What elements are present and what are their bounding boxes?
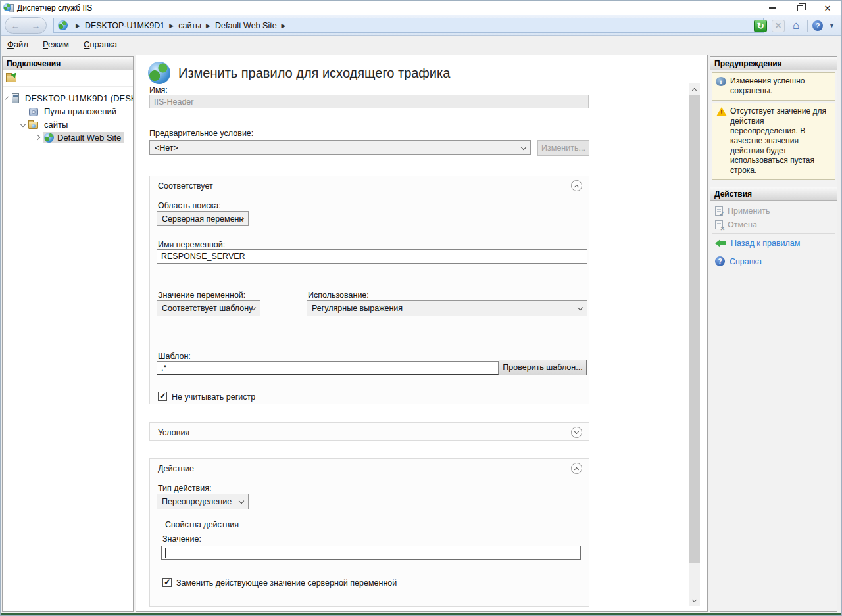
apply-icon <box>715 206 723 216</box>
server-icon <box>12 93 19 103</box>
minimize-button[interactable] <box>758 1 786 15</box>
apply-action: Применить <box>710 204 837 218</box>
edit-precondition-button: Изменить... <box>537 140 589 156</box>
chevron-down-icon <box>239 498 244 504</box>
help-action[interactable]: ? Справка <box>710 254 837 268</box>
window-title: Диспетчер служб IIS <box>17 3 92 12</box>
tree-label-default-site: Default Web Site <box>57 133 121 143</box>
scroll-up-button[interactable] <box>689 83 700 95</box>
window-bottom-edge <box>1 613 841 615</box>
tree-label-server: DESKTOP-U1MK9D1 (DESKTOI <box>22 93 133 104</box>
chevron-down-icon <box>521 145 526 150</box>
warning-alert: ! Отсутствует значение для действия пере… <box>712 103 835 180</box>
info-alert-text: Изменения успешно сохранены. <box>730 76 832 96</box>
menu-view[interactable]: Режим <box>43 39 69 49</box>
back-nav-button[interactable]: ← <box>11 21 20 30</box>
help-dropdown-icon[interactable]: ▼ <box>829 22 835 29</box>
stop-icon: ✕ <box>772 20 785 32</box>
tree-node-default-web-site[interactable]: Default Web Site <box>3 131 133 144</box>
using-select[interactable]: Регулярные выражения <box>307 300 587 316</box>
site-globe-icon <box>44 133 54 143</box>
refresh-icon[interactable]: ↻ <box>754 20 767 32</box>
menu-help[interactable]: Справка <box>84 39 117 49</box>
value-input[interactable] <box>161 546 581 560</box>
breadcrumb-sites[interactable]: сайты <box>178 21 201 30</box>
ignore-case-label: Не учитывать регистр <box>172 392 255 402</box>
actions-divider <box>712 252 835 252</box>
action-type-select[interactable]: Переопределение <box>157 494 249 509</box>
page-title: Изменить правило для исходящего трафика <box>178 66 450 81</box>
scope-label: Область поиска: <box>158 201 221 210</box>
test-pattern-button[interactable]: Проверить шаблон... <box>499 360 587 375</box>
collapse-section-button[interactable] <box>571 180 582 191</box>
address-bar: ← → ▶ DESKTOP-U1MK9D1 ▶ сайты ▶ Default … <box>1 15 841 36</box>
name-input <box>149 95 589 108</box>
menu-bar: Файл Режим Справка <box>1 36 841 53</box>
menu-file[interactable]: Файл <box>7 39 28 49</box>
alerts-header: Предупреждения <box>710 57 837 70</box>
collapse-section-button[interactable] <box>571 463 582 474</box>
chevron-up-icon <box>574 467 579 472</box>
info-alert: i Изменения успешно сохранены. <box>712 72 835 101</box>
vertical-scrollbar[interactable] <box>689 83 700 606</box>
title-bar: Диспетчер служб IIS ✕ <box>1 1 841 15</box>
info-icon: i <box>716 77 726 86</box>
chevron-down-icon[interactable] <box>5 97 9 100</box>
connections-tree: DESKTOP-U1MK9D1 (DESKTOI Пулы приложений… <box>3 87 133 144</box>
chevron-down-icon <box>692 598 697 602</box>
help-link[interactable]: Справка <box>730 257 762 266</box>
tree-node-server[interactable]: DESKTOP-U1MK9D1 (DESKTOI <box>3 91 133 105</box>
back-to-rules-link[interactable]: Назад к правилам <box>731 239 800 248</box>
help-icon[interactable]: ? <box>812 20 823 31</box>
forward-nav-button[interactable]: → <box>32 21 41 30</box>
operation-select[interactable]: Соответствует шаблону <box>157 300 260 316</box>
tree-label-app-pools: Пулы приложений <box>41 106 119 117</box>
scrollbar-thumb[interactable] <box>689 95 700 563</box>
right-panel: Предупреждения i Изменения успешно сохра… <box>710 56 837 612</box>
match-section-title: Соответствует <box>158 181 213 191</box>
app-icon <box>3 3 14 13</box>
connections-panel: Подключения DESKTOP-U1MK9D1 (DESKTOI Пул… <box>2 56 134 612</box>
replace-value-checkbox[interactable] <box>162 578 172 587</box>
chevron-down-icon[interactable] <box>20 122 26 127</box>
action-section: Действие Тип действия: Переопределение С… <box>149 458 589 607</box>
tree-label-sites: сайты <box>41 119 70 130</box>
back-to-rules-action[interactable]: Назад к правилам <box>710 236 837 250</box>
pattern-label: Шаблон: <box>158 352 191 361</box>
breadcrumb-site[interactable]: Default Web Site <box>215 21 277 30</box>
precondition-select[interactable]: <Нет> <box>149 140 531 155</box>
warning-alert-text: Отсутствует значение для действия переоп… <box>730 107 832 176</box>
create-connection-icon[interactable] <box>6 74 16 82</box>
breadcrumb-arrow-icon: ▶ <box>76 22 80 29</box>
pattern-input[interactable] <box>157 361 499 375</box>
tree-node-app-pools[interactable]: Пулы приложений <box>3 105 133 118</box>
using-label: Использование: <box>308 291 369 300</box>
scroll-down-button[interactable] <box>689 595 700 606</box>
action-properties-group: Свойства действия Значение: Заменить дей… <box>157 525 585 600</box>
scope-select[interactable]: Серверная переменн <box>157 211 249 226</box>
toolbar-divider <box>22 73 22 83</box>
ignore-case-checkbox[interactable] <box>158 392 167 401</box>
breadcrumb-arrow-icon: ▶ <box>169 22 174 29</box>
main-content: Изменить правило для исходящего трафика … <box>136 55 708 612</box>
chevron-right-icon[interactable] <box>35 135 40 140</box>
restore-button[interactable] <box>786 1 814 15</box>
home-globe-icon[interactable] <box>58 20 68 30</box>
close-button[interactable]: ✕ <box>814 1 841 15</box>
variable-name-input[interactable] <box>157 249 587 264</box>
breadcrumb-arrow-icon: ▶ <box>282 22 286 29</box>
breadcrumb[interactable]: ▶ DESKTOP-U1MK9D1 ▶ сайты ▶ Default Web … <box>53 18 764 33</box>
precondition-label: Предварительное условие: <box>149 129 253 138</box>
value-label: Значение: <box>162 534 201 544</box>
chevron-down-icon <box>574 429 579 434</box>
iis-manager-window: Диспетчер служб IIS ✕ ← → ▶ DESKTOP-U1MK… <box>0 0 842 616</box>
restore-icon <box>797 5 803 11</box>
home-icon[interactable]: ⌂ <box>789 20 803 32</box>
tree-node-sites[interactable]: сайты <box>3 118 133 131</box>
actions-header: Действия <box>710 187 837 201</box>
replace-value-label: Заменить действующее значение серверной … <box>176 579 397 588</box>
action-section-title: Действие <box>158 464 194 473</box>
expand-section-button[interactable] <box>571 427 582 438</box>
breadcrumb-server[interactable]: DESKTOP-U1MK9D1 <box>85 21 164 30</box>
chevron-up-icon <box>574 185 579 189</box>
